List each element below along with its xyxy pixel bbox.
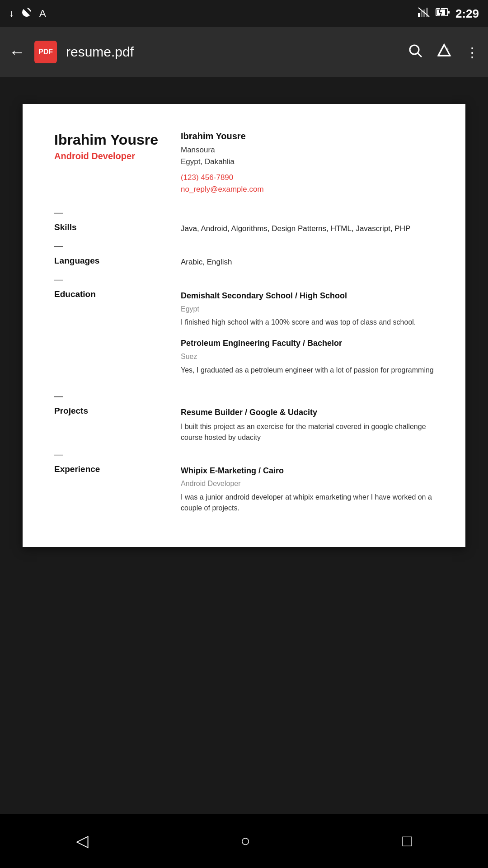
resume-name-block: Ibrahim Yousre Android Developer bbox=[54, 131, 163, 194]
education-label: Education bbox=[54, 289, 96, 299]
status-time: 2:29 bbox=[455, 7, 479, 21]
google-drive-button[interactable]: + bbox=[436, 43, 452, 61]
skills-dash: — bbox=[54, 208, 163, 218]
project-desc-1: I built this project as an exercise for … bbox=[181, 421, 434, 443]
bottom-nav: ◁ ○ □ bbox=[0, 814, 488, 868]
contact-email: no_reply@example.com bbox=[181, 185, 434, 194]
nav-recent-button[interactable]: □ bbox=[402, 831, 412, 850]
download-icon: ↓ bbox=[9, 8, 14, 19]
projects-content: Resume Builder / Google & Udacity I buil… bbox=[181, 406, 434, 443]
experience-label-col: Experience bbox=[54, 464, 163, 514]
nav-home-button[interactable]: ○ bbox=[240, 831, 250, 850]
projects-label-col: Projects bbox=[54, 406, 163, 443]
status-bar: ↓ A 2: bbox=[0, 0, 488, 27]
svg-rect-2 bbox=[421, 11, 422, 17]
back-button[interactable]: ← bbox=[9, 42, 25, 61]
skills-content: Java, Android, Algorithms, Design Patter… bbox=[181, 222, 434, 235]
projects-label: Projects bbox=[54, 406, 88, 415]
education-label-col: Education bbox=[54, 289, 163, 385]
svg-rect-3 bbox=[423, 9, 425, 17]
experience-dash: — bbox=[54, 449, 163, 460]
resume-job-title: Android Developer bbox=[54, 151, 163, 161]
edu-school-1: Demishalt Secondary School / High School bbox=[181, 289, 434, 302]
battery-icon bbox=[436, 7, 450, 20]
experience-divider-row: — bbox=[54, 449, 434, 462]
svg-rect-1 bbox=[418, 13, 420, 17]
exp-company-1: Whipix E-Marketing / Cairo bbox=[181, 464, 434, 477]
project-name-1: Resume Builder / Google & Udacity bbox=[181, 406, 434, 419]
pdf-container: Ibrahim Yousre Android Developer Ibrahim… bbox=[0, 95, 488, 814]
contact-phone: (123) 456-7890 bbox=[181, 171, 434, 185]
education-section: Education Demishalt Secondary School / H… bbox=[54, 289, 434, 385]
exp-desc-1: I was a junior android developer at whip… bbox=[181, 492, 434, 514]
resume-header: Ibrahim Yousre Android Developer Ibrahim… bbox=[54, 131, 434, 194]
projects-dash: — bbox=[54, 391, 163, 401]
projects-section: Projects Resume Builder / Google & Udaci… bbox=[54, 406, 434, 443]
languages-section: Languages Arabic, English bbox=[54, 256, 434, 268]
svg-rect-6 bbox=[448, 11, 450, 14]
projects-divider-row: — bbox=[54, 391, 434, 404]
nav-back-button[interactable]: ◁ bbox=[76, 831, 89, 850]
languages-label: Languages bbox=[54, 256, 99, 265]
pdf-page: Ibrahim Yousre Android Developer Ibrahim… bbox=[23, 104, 465, 547]
search-button[interactable] bbox=[408, 43, 423, 61]
experience-label: Experience bbox=[54, 464, 100, 474]
status-bar-right: 2:29 bbox=[418, 7, 479, 21]
pdf-icon: PDF bbox=[34, 41, 57, 63]
education-dash: — bbox=[54, 274, 163, 285]
exp-role-1: Android Developer bbox=[181, 478, 434, 490]
languages-dash: — bbox=[54, 241, 163, 251]
languages-label-col: Languages bbox=[54, 256, 163, 268]
svg-rect-4 bbox=[426, 8, 428, 17]
contact-country: Egypt, Dakahlia bbox=[181, 156, 434, 168]
contact-city: Mansoura bbox=[181, 144, 434, 156]
languages-divider-row: — bbox=[54, 241, 434, 254]
edu-location-1: Egypt bbox=[181, 303, 434, 315]
experience-section: Experience Whipix E-Marketing / Cairo An… bbox=[54, 464, 434, 514]
notification-icon bbox=[21, 7, 32, 20]
education-content: Demishalt Secondary School / High School… bbox=[181, 289, 434, 385]
edu-school-2: Petroleum Engineering Faculty / Bachelor bbox=[181, 337, 434, 350]
app-bar-icons: + ⋮ bbox=[408, 43, 479, 61]
edu-desc-1: I finished high school with a 100% score… bbox=[181, 317, 434, 328]
more-options-button[interactable]: ⋮ bbox=[465, 44, 479, 60]
app-bar: ← PDF resume.pdf + ⋮ bbox=[0, 27, 488, 77]
contact-name: Ibrahim Yousre bbox=[181, 131, 434, 142]
dark-gap bbox=[0, 77, 488, 95]
svg-line-14 bbox=[438, 45, 444, 56]
skills-label: Skills bbox=[54, 222, 77, 232]
skills-section: Skills Java, Android, Algorithms, Design… bbox=[54, 222, 434, 235]
experience-content: Whipix E-Marketing / Cairo Android Devel… bbox=[181, 464, 434, 514]
edu-location-2: Suez bbox=[181, 351, 434, 363]
resume-contact: Ibrahim Yousre Mansoura Egypt, Dakahlia … bbox=[181, 131, 434, 194]
skills-divider-row: — bbox=[54, 208, 434, 221]
doc-icon: A bbox=[39, 8, 46, 19]
svg-line-12 bbox=[418, 53, 422, 57]
resume-name: Ibrahim Yousre bbox=[54, 131, 163, 148]
status-bar-left: ↓ A bbox=[9, 7, 46, 20]
app-bar-title: resume.pdf bbox=[66, 44, 399, 60]
svg-text:+: + bbox=[446, 46, 449, 52]
skills-label-col: Skills bbox=[54, 222, 163, 235]
svg-point-11 bbox=[410, 45, 419, 54]
edu-desc-2: Yes, I graduated as a petroleum engineer… bbox=[181, 365, 434, 376]
languages-content: Arabic, English bbox=[181, 256, 434, 268]
signal-icon bbox=[418, 7, 430, 20]
education-divider-row: — bbox=[54, 274, 434, 288]
